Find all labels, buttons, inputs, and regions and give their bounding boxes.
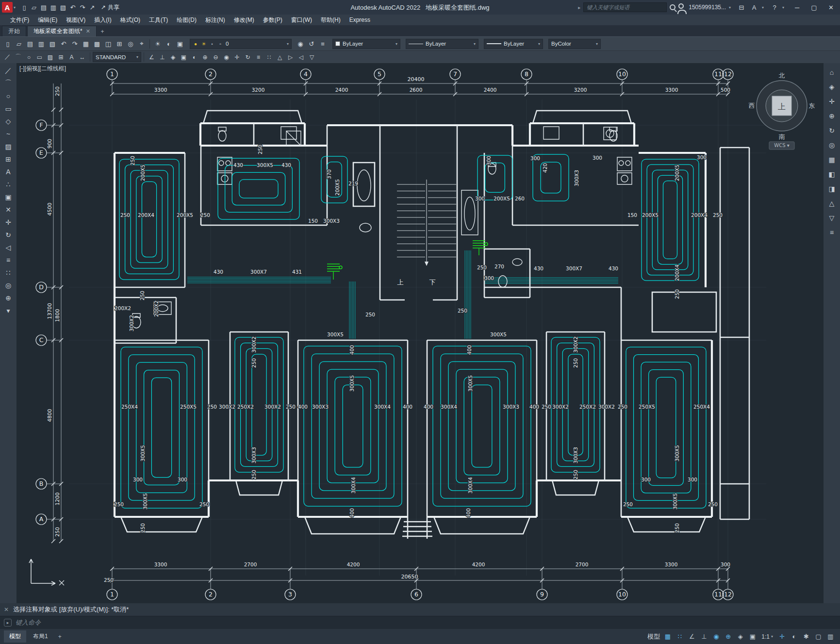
space-label[interactable]: 模型	[646, 631, 661, 642]
rectangle-icon[interactable]: ▭	[2, 103, 15, 114]
menu-Express[interactable]: Express	[345, 16, 375, 24]
app-store-icon[interactable]: ⊟	[737, 2, 746, 12]
polar-icon[interactable]: ∠	[686, 631, 697, 642]
line-icon[interactable]: ／	[2, 52, 13, 62]
linetype-dropdown[interactable]: ByLayer ▾	[406, 39, 478, 49]
annotation-scale-control[interactable]: 1:1▾	[759, 633, 775, 640]
menu-格式O[interactable]: 格式(O)	[116, 15, 145, 25]
ortho-icon[interactable]: ⊥	[698, 631, 709, 642]
previous-layer-icon[interactable]: ↺	[306, 38, 317, 49]
measure-icon[interactable]: ⊕	[2, 293, 15, 303]
shade-icon[interactable]: ◐	[189, 52, 199, 62]
pan-icon[interactable]: ✛	[826, 96, 838, 106]
show-motion-icon[interactable]: ◎	[826, 140, 838, 150]
lineweight-dropdown[interactable]: ByLayer ▾	[484, 39, 543, 49]
layer-dropdown[interactable]: ● ☀ ▪ ▫ 0 ▾	[190, 39, 292, 49]
new-layout-button[interactable]: +	[55, 632, 65, 642]
array-icon[interactable]: ∷	[2, 267, 15, 278]
minimize-button[interactable]: ─	[790, 1, 804, 13]
menu-工具T[interactable]: 工具(T)	[145, 15, 172, 25]
viewport-controls-label[interactable]: [-][俯视][二维线框]	[19, 65, 66, 73]
text-icon[interactable]: A	[66, 52, 77, 62]
redraw-icon[interactable]: ◎	[125, 38, 136, 49]
list-icon[interactable]: ≡	[253, 52, 264, 62]
user-id[interactable]: 1505999135...	[689, 4, 726, 11]
scroll-up-icon[interactable]: △	[826, 198, 838, 208]
menu-参数P[interactable]: 参数(P)	[259, 15, 287, 25]
redo-icon[interactable]: ↷	[78, 2, 87, 12]
polygon-icon[interactable]: ◇	[2, 116, 15, 126]
menu-窗口W[interactable]: 窗口(W)	[287, 15, 316, 25]
make-current-icon[interactable]: ◉	[295, 38, 306, 49]
qnew-icon[interactable]: ▯	[2, 38, 13, 49]
help-icon[interactable]: ?	[770, 2, 779, 12]
open-icon[interactable]: ▱	[14, 38, 24, 49]
block-icon[interactable]: ◈	[168, 52, 178, 62]
a-caret-icon[interactable]: ▾	[762, 5, 767, 10]
orbit-icon[interactable]: ↻	[243, 52, 253, 62]
mirror-icon[interactable]: △	[275, 52, 285, 62]
undo-icon[interactable]: ↶	[68, 2, 78, 12]
menu-编辑E[interactable]: 编辑(E)	[33, 15, 62, 25]
command-options-icon[interactable]: ▸	[4, 619, 12, 627]
move-icon[interactable]: ✛	[2, 217, 15, 227]
search-icon[interactable]	[670, 4, 675, 10]
close-button[interactable]: ✕	[824, 1, 838, 13]
offset-icon[interactable]: ≡	[2, 255, 15, 265]
isolate-icon[interactable]: ▢	[813, 631, 824, 642]
menu-修改M[interactable]: 修改(M)	[230, 15, 259, 25]
more-tools-icon[interactable]: ▾	[2, 305, 15, 315]
maximize-button[interactable]: ▢	[807, 1, 821, 13]
menu-绘图D[interactable]: 绘图(D)	[172, 15, 201, 25]
layer-shade-icon[interactable]: ◐	[164, 38, 174, 49]
user-caret-icon[interactable]: ▾	[729, 5, 734, 10]
scroll-down-icon[interactable]: ▽	[826, 213, 838, 223]
tab-drawing[interactable]: 地板采暖全套图纸* ✕	[27, 26, 97, 36]
plot-icon[interactable]: ▧	[47, 38, 58, 49]
menu-文件F[interactable]: 文件(F)	[6, 15, 33, 25]
orbit-icon[interactable]: ↻	[826, 125, 838, 135]
table-icon[interactable]: ⊞	[2, 154, 15, 164]
open-icon[interactable]: ▱	[29, 2, 39, 12]
array-icon[interactable]: ∷	[264, 52, 274, 62]
zoom-out-icon[interactable]: ⊖	[211, 52, 221, 62]
rotate-icon[interactable]: ↻	[2, 230, 15, 240]
osnap-icon[interactable]: ◉	[710, 631, 722, 642]
pan-icon[interactable]: ✛	[232, 52, 242, 62]
zoom-icon[interactable]: ⊕	[826, 111, 838, 121]
zoom-extents-icon[interactable]: ◉	[221, 52, 231, 62]
layer-walk-icon[interactable]: ☀	[152, 38, 163, 49]
workspace-icon[interactable]: ◐	[789, 631, 800, 642]
menu-icon[interactable]: ≡	[826, 227, 838, 237]
dynamic-ucs-icon[interactable]: ◈	[735, 631, 746, 642]
grid-icon[interactable]: ▦	[662, 631, 673, 642]
hatch-icon[interactable]: ▨	[45, 52, 55, 62]
save-as-icon[interactable]: ▥	[49, 2, 58, 12]
model-tab[interactable]: 模型	[4, 630, 26, 643]
rectangle-icon[interactable]: ▭	[34, 52, 45, 62]
snap-icon[interactable]: ∷	[674, 631, 685, 642]
rotate-icon[interactable]: ▷	[285, 52, 296, 62]
plot-icon[interactable]: ▧	[58, 2, 68, 12]
search-input[interactable]: 键入关键字或短语	[583, 2, 667, 12]
qsave-icon[interactable]: ▤	[25, 38, 35, 49]
mtext-icon[interactable]: A	[2, 166, 15, 177]
redo-icon[interactable]: ↷	[69, 38, 80, 49]
share-icon[interactable]: ↗	[87, 2, 97, 12]
spline-icon[interactable]: ~	[2, 129, 15, 139]
menu-视图V[interactable]: 视图(V)	[62, 15, 90, 25]
arc-icon[interactable]: ⌒	[13, 52, 23, 62]
drawing-viewport[interactable]: 上下 2040020650330032002400260024003200330…	[16, 63, 824, 603]
new-tab-button[interactable]: +	[98, 27, 107, 36]
mirror-icon[interactable]: ◁	[2, 242, 15, 252]
search-collapse-icon[interactable]: ▸	[578, 5, 580, 10]
steering-wheel-icon[interactable]: ◈	[826, 82, 838, 92]
insert-icon[interactable]: ▣	[179, 52, 189, 62]
copy-clip-icon[interactable]: ▦	[81, 38, 91, 49]
clean-screen-icon[interactable]: ▥	[825, 631, 836, 642]
dynamic-input-icon[interactable]: ▣	[747, 631, 758, 642]
palette-icon[interactable]: ◨	[826, 183, 838, 194]
layer-properties-icon[interactable]: ▣	[175, 38, 185, 49]
app-menu-caret-icon[interactable]: ▾	[14, 5, 18, 10]
align-icon[interactable]: ◁	[296, 52, 306, 62]
